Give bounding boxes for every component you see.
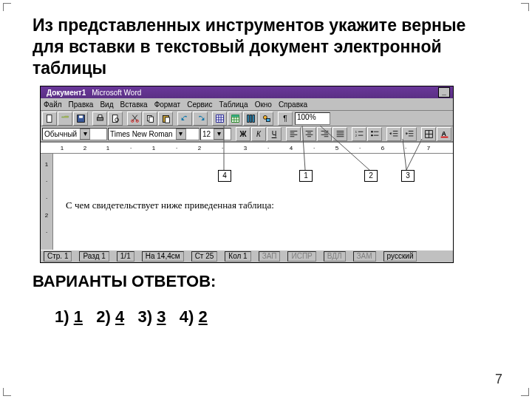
- borders-icon[interactable]: [421, 127, 436, 141]
- status-col: Кол 1: [225, 251, 250, 262]
- underline-button[interactable]: Ч: [267, 127, 282, 141]
- svg-rect-27: [440, 137, 448, 138]
- svg-rect-20: [266, 118, 270, 121]
- align-center-icon[interactable]: [301, 127, 316, 141]
- outdent-icon[interactable]: [386, 127, 401, 141]
- svg-rect-18: [252, 115, 253, 122]
- bold-button[interactable]: Ж: [236, 127, 250, 141]
- svg-rect-17: [250, 115, 251, 122]
- page-number: 7: [495, 372, 502, 387]
- svg-text:A: A: [441, 130, 446, 137]
- italic-button[interactable]: К: [251, 127, 266, 141]
- undo-icon[interactable]: [177, 112, 192, 126]
- answers-label: ВАРИАНТЫ ОТВЕТОВ:: [33, 272, 499, 291]
- copy-icon[interactable]: [143, 112, 157, 126]
- svg-rect-3: [97, 117, 103, 120]
- callout-1: 1: [299, 170, 313, 182]
- callout-2: 2: [364, 170, 378, 182]
- columns-icon[interactable]: [243, 112, 258, 126]
- status-pos: На 14,4см: [142, 251, 184, 262]
- standard-toolbar: ¶ 100%: [41, 111, 453, 126]
- menu-window[interactable]: Окно: [255, 100, 272, 109]
- font-color-icon[interactable]: A: [437, 127, 451, 141]
- minimize-button[interactable]: _: [438, 87, 450, 98]
- svg-point-23: [371, 131, 372, 132]
- svg-rect-4: [98, 115, 102, 117]
- redo-icon[interactable]: [193, 112, 208, 126]
- align-right-icon[interactable]: [317, 127, 332, 141]
- formatting-toolbar: Обычный▾ Times New Roman▾ 12▾ Ж К Ч 12 A: [41, 126, 453, 142]
- statusbar: Стр. 1 Разд 1 1/1 На 14,4см Ст 25 Кол 1 …: [41, 250, 453, 262]
- status-pages: 1/1: [117, 251, 134, 262]
- menu-format[interactable]: Формат: [154, 100, 181, 109]
- doc-name: Документ1: [47, 89, 86, 97]
- menu-file[interactable]: Файл: [44, 100, 62, 109]
- style-select[interactable]: Обычный▾: [42, 128, 107, 140]
- align-left-icon[interactable]: [286, 127, 301, 141]
- menu-help[interactable]: Справка: [279, 100, 307, 109]
- show-para-icon[interactable]: ¶: [278, 112, 293, 126]
- word-screenshot: Документ1 Microsoft Word _ Файл Правка В…: [40, 86, 454, 263]
- menu-tools[interactable]: Сервис: [187, 100, 212, 109]
- vertical-ruler: 1· ·2 ·: [41, 154, 53, 250]
- document-area[interactable]: 1· ·2 · 4 1 2 3 С чем свидетельствует ни…: [41, 154, 453, 250]
- svg-rect-0: [47, 115, 52, 122]
- menu-insert[interactable]: Вставка: [120, 100, 147, 109]
- status-ext: ВДЛ: [324, 251, 346, 262]
- status-trk: ИСПР: [287, 251, 316, 262]
- indent-icon[interactable]: [402, 127, 417, 141]
- svg-rect-13: [216, 115, 223, 122]
- svg-text:2: 2: [355, 134, 357, 137]
- menu-edit[interactable]: Правка: [69, 100, 94, 109]
- zoom-field[interactable]: 100%: [295, 112, 330, 125]
- open-icon[interactable]: [58, 112, 72, 126]
- titlebar: Документ1 Microsoft Word _: [41, 86, 453, 98]
- font-select[interactable]: Times New Roman▾: [108, 128, 200, 140]
- svg-rect-5: [112, 115, 117, 122]
- menubar: Файл Правка Вид Вставка Формат Сервис Та…: [41, 98, 453, 111]
- status-lang: русский: [383, 251, 417, 262]
- status-ovr: ЗАМ: [353, 251, 376, 262]
- horizontal-ruler: 12 1· 1· 2· 3· 4· 5· 6· 7: [41, 142, 453, 154]
- insert-worksheet-icon[interactable]: [228, 112, 242, 126]
- status-page: Стр. 1: [44, 251, 72, 262]
- callout-3: 3: [401, 170, 415, 182]
- size-select[interactable]: 12▾: [200, 128, 231, 140]
- svg-rect-16: [247, 115, 248, 122]
- insert-table-icon[interactable]: [212, 112, 227, 126]
- align-justify-icon[interactable]: [332, 127, 347, 141]
- preview-icon[interactable]: [108, 112, 123, 126]
- print-icon[interactable]: [92, 112, 107, 126]
- question-text: Из представленных инструментов укажите в…: [33, 15, 499, 78]
- document-text: С чем свидетельствует ниже приведенная т…: [66, 200, 453, 211]
- drawing-icon[interactable]: [259, 112, 273, 126]
- status-line: Ст 25: [191, 251, 218, 262]
- bullet-list-icon[interactable]: [367, 127, 382, 141]
- paste-icon[interactable]: [158, 112, 173, 126]
- callout-4: 4: [218, 170, 231, 182]
- status-rec: ЗАП: [259, 251, 281, 262]
- numbered-list-icon[interactable]: 12: [352, 127, 366, 141]
- svg-point-24: [371, 134, 372, 136]
- cut-icon[interactable]: [127, 112, 142, 126]
- status-section: Разд 1: [79, 251, 109, 262]
- new-icon[interactable]: [42, 112, 57, 126]
- svg-rect-12: [165, 117, 169, 123]
- app-name: Microsoft Word: [92, 89, 141, 97]
- save-icon[interactable]: [73, 112, 88, 126]
- answer-options: 1) 1 2) 4 3) 3 4) 2: [55, 307, 499, 327]
- svg-rect-2: [79, 115, 83, 117]
- menu-table[interactable]: Таблица: [219, 100, 248, 109]
- svg-rect-15: [231, 115, 239, 116]
- svg-rect-10: [149, 117, 153, 122]
- menu-view[interactable]: Вид: [100, 100, 113, 109]
